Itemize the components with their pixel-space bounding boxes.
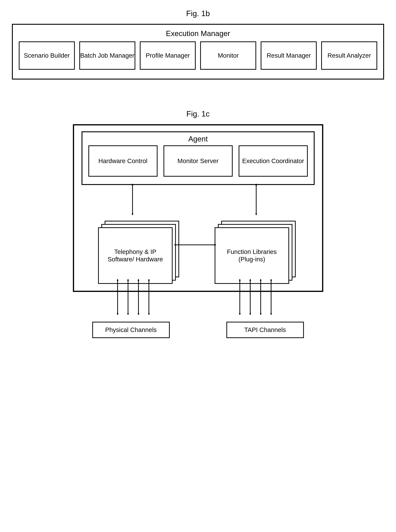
monitor-server-box: Monitor Server xyxy=(163,145,233,177)
em-row: Scenario Builder Batch Job Manager Profi… xyxy=(19,41,377,70)
fig1b-label: Fig. 1b xyxy=(12,9,384,18)
fig1b-container: Execution Manager Scenario Builder Batch… xyxy=(12,24,384,80)
agent-title: Agent xyxy=(88,135,308,143)
telephony-stack: Telephony & IP Software/ Hardware xyxy=(98,221,181,283)
fig1c-outer: Agent Hardware Control Monitor Server Ex… xyxy=(73,124,323,338)
batch-job-manager-box: Batch Job Manager xyxy=(79,41,135,70)
agent-row: Hardware Control Monitor Server Executio… xyxy=(88,145,308,177)
fig1c-frame: Agent Hardware Control Monitor Server Ex… xyxy=(73,124,323,292)
fig1c-label: Fig. 1c xyxy=(12,109,384,118)
profile-manager-box: Profile Manager xyxy=(140,41,196,70)
tapi-channels-box: TAPI Channels xyxy=(226,322,304,338)
ext-row: Physical Channels TAPI Channels xyxy=(73,322,323,338)
function-libraries-stack: Function Libraries (Plug-ins) xyxy=(215,221,298,283)
execution-manager-title: Execution Manager xyxy=(19,29,377,38)
funclib-card-front: Function Libraries (Plug-ins) xyxy=(215,227,289,284)
monitor-box: Monitor xyxy=(200,41,256,70)
result-analyzer-box: Result Analyzer xyxy=(321,41,377,70)
physical-channels-box: Physical Channels xyxy=(92,322,170,338)
mid-row: Telephony & IP Software/ Hardware Functi… xyxy=(82,221,315,283)
result-manager-box: Result Manager xyxy=(261,41,317,70)
agent-box: Agent Hardware Control Monitor Server Ex… xyxy=(82,131,315,185)
telephony-card-front: Telephony & IP Software/ Hardware xyxy=(98,227,173,284)
execution-coordinator-box: Execution Coordinator xyxy=(239,145,308,177)
scenario-builder-box: Scenario Builder xyxy=(19,41,75,70)
hardware-control-box: Hardware Control xyxy=(88,145,157,177)
